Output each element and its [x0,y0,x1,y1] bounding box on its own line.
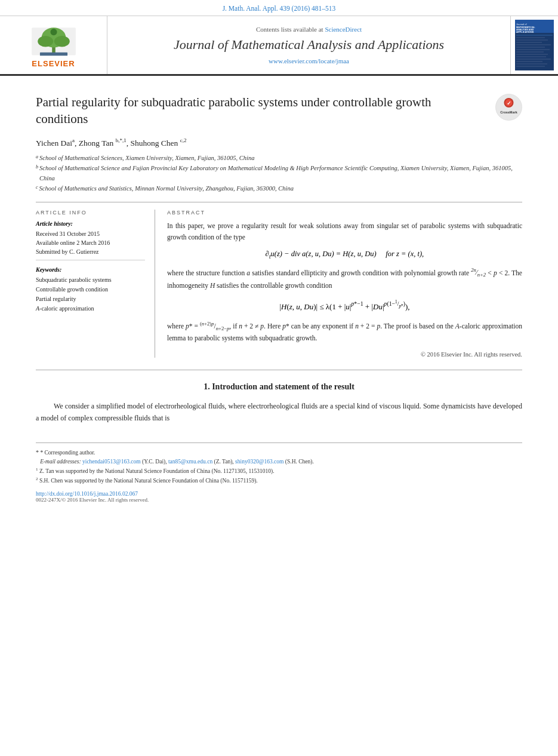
elsevier-logo: ELSEVIER [27,22,81,68]
crossmark-badge-icon[interactable]: ✓ CrossMark [495,94,522,121]
svg-rect-6 [39,53,67,56]
page-container: J. Math. Anal. Appl. 439 (2016) 481–513 [0,0,558,756]
sciencedirect-link[interactable]: ScienceDirect [325,26,362,33]
section-1-heading: 1. Introduction and statement of the res… [36,382,522,392]
journal-header: ELSEVIER Contents lists available at Sci… [0,16,558,76]
author-sup-a: a [72,137,75,143]
journal-cover-area: Journal ofMATHEMATICALANALYSIS ANDAPPLIC… [510,16,558,74]
svg-text:✓: ✓ [507,100,511,106]
citation-text: J. Math. Anal. Appl. 439 (2016) 481–513 [223,5,336,12]
article-history-header: Article history: [36,220,145,227]
affil-b: b School of Mathematical Science and Fuj… [36,164,522,184]
article-info-header: ARTICLE INFO [36,210,145,216]
publisher-logo-area: ELSEVIER [0,16,107,74]
svg-point-3 [38,36,53,47]
received-date: Received 31 October 2015 [36,229,145,238]
available-date: Available online 2 March 2016 [36,238,145,247]
svg-point-5 [50,29,57,35]
email-footer: E-mail addresses: yichendai0513@163.com … [36,457,522,466]
intro-paragraph: We consider a simplified model of electr… [36,400,522,425]
footnote-2: 2 S.H. Chen was supported by the Nationa… [36,476,522,485]
info-divider [36,260,145,260]
abstract-equation-1: ∂tu(z) − div a(z, u, Du) = H(z, u, Du) f… [167,250,522,260]
star-symbol: * [36,449,39,456]
abstract-text-3: where p* = (n+2)p/n+2−p, if n + 2 ≠ p. H… [167,320,522,344]
keyword-1: Subquadratic parabolic systems [36,275,145,285]
submitted-by: Submitted by C. Gutierrez [36,247,145,256]
paper-title: Partial regularity for subquadratic para… [36,94,483,128]
affil-a: a School of Mathematical Sciences, Xiame… [36,153,522,164]
email-tan[interactable]: tan85@xmu.edu.cn [168,459,212,465]
keyword-4: A-caloric approximation [36,304,145,314]
svg-point-4 [54,36,69,47]
section-divider [36,370,522,370]
svg-text:APPLICATIONS: APPLICATIONS [516,30,534,33]
journal-url[interactable]: www.elsevier.com/locate/jmaa [269,57,349,64]
issn-line: 0022-247X/© 2016 Elsevier Inc. All right… [36,497,522,503]
cover-decoration: Journal of MATHEMATICAL ANALYSIS AND APP… [515,20,554,70]
authors-line: Yichen Daia, Zhong Tan b,*,1, Shuhong Ch… [36,137,522,148]
abstract-col: ABSTRACT In this paper, we prove a regul… [167,210,522,357]
svg-text:CrossMark: CrossMark [500,110,517,114]
journal-title: Journal of Mathematical Analysis and App… [174,36,444,54]
two-col-section: ARTICLE INFO Article history: Received 3… [36,210,522,357]
doi-link[interactable]: http://dx.doi.org/10.1016/j.jmaa.2016.02… [36,491,522,497]
elsevier-brand-text: ELSEVIER [32,59,75,68]
main-content: Partial regularity for subquadratic para… [0,76,558,521]
abstract-text-1: In this paper, we prove a regularity res… [167,220,522,242]
citation-bar: J. Math. Anal. Appl. 439 (2016) 481–513 [0,0,558,16]
copyright-line: © 2016 Elsevier Inc. All rights reserved… [167,351,522,358]
keyword-3: Partial regularity [36,294,145,304]
keywords-header: Keywords: [36,266,145,273]
abstract-text-2: where the structure function a satisfies… [167,267,522,291]
email-yichen[interactable]: yichendai0513@163.com [82,459,141,465]
affiliations: a School of Mathematical Sciences, Xiame… [36,153,522,193]
paper-title-section: Partial regularity for subquadratic para… [36,94,522,128]
affil-c: c School of Mathematics and Statistics, … [36,184,522,194]
corresponding-author-note: * * Corresponding author. [36,448,522,457]
article-info-col: ARTICLE INFO Article history: Received 3… [36,210,155,357]
abstract-equation-2: |H(z, u, Du)| ≤ λ(1 + |u|p*−1 + |Du|p(1−… [167,299,522,312]
abstract-header: ABSTRACT [167,210,522,216]
footer-section: * * Corresponding author. E-mail address… [36,442,522,509]
author-sup-c: c,2 [180,137,187,143]
author-sup-b: b,*,1 [116,137,127,143]
email-chen[interactable]: shiny0320@163.com [235,459,283,465]
footnote-1: 1 Z. Tan was supported by the National N… [36,466,522,476]
elsevier-tree-icon [27,22,81,58]
journal-cover-image: Journal ofMATHEMATICALANALYSIS ANDAPPLIC… [515,20,554,70]
paper-title-text: Partial regularity for subquadratic para… [36,94,483,128]
affil-divider [36,202,522,202]
contents-available-line: Contents lists available at ScienceDirec… [256,26,362,33]
keyword-2: Controllable growth condition [36,285,145,294]
journal-title-area: Contents lists available at ScienceDirec… [107,16,510,74]
